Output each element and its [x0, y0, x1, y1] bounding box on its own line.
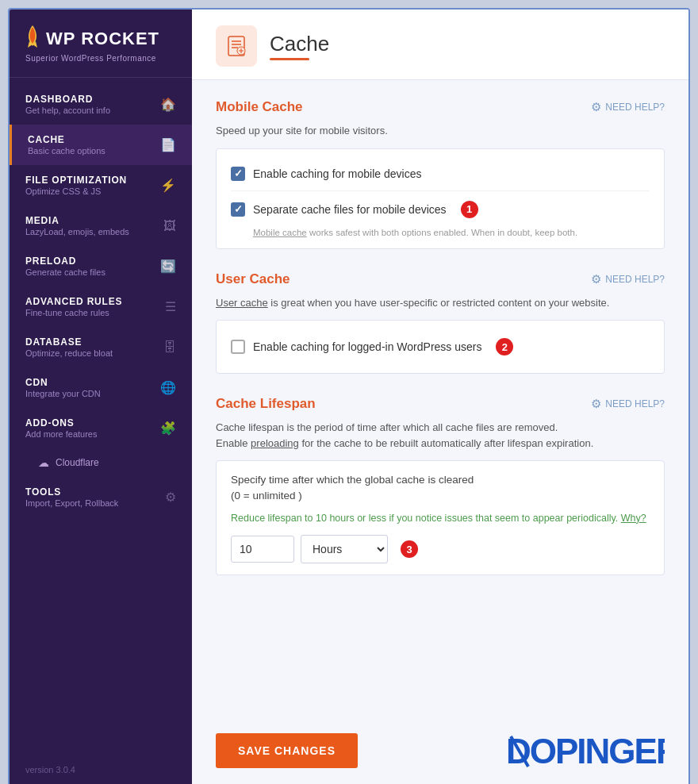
- content-body: Mobile Cache ⚙ NEED HELP? Speed up your …: [192, 80, 688, 714]
- preloading-link[interactable]: preloading: [251, 437, 299, 449]
- why-link[interactable]: Why?: [621, 513, 646, 524]
- page-icon: [216, 25, 257, 67]
- nav-icon-database: 🗄: [163, 340, 176, 355]
- footer-actions: SAVE CHANGES DOPINGER: [192, 714, 688, 784]
- separate-cache-label: Separate cache files for mobile devices: [253, 203, 447, 216]
- enable-mobile-checkbox[interactable]: ✓: [231, 167, 245, 181]
- sub-label-cloudflare: Cloudflare: [56, 457, 99, 468]
- logo-text: WP ROCKET: [46, 29, 159, 49]
- cache-lifespan-help[interactable]: ⚙ NEED HELP?: [591, 397, 665, 411]
- nav-title-database: DATABASE: [25, 336, 113, 348]
- nav-title-dashboard: DASHBOARD: [25, 94, 110, 105]
- page-header: Cache: [192, 10, 688, 80]
- help-icon-2: ⚙: [591, 272, 601, 286]
- nav-sub-cdn: Integrate your CDN: [25, 389, 101, 398]
- save-changes-button[interactable]: SAVE CHANGES: [216, 733, 358, 768]
- nav-icon-add-ons: 🧩: [160, 421, 176, 436]
- mobile-cache-desc: Speed up your site for mobile visitors.: [216, 123, 665, 139]
- mobile-cache-box: ✓ Enable caching for mobile devices ✓ Se…: [216, 148, 665, 249]
- nav-sub-add-ons: Add more features: [25, 429, 98, 439]
- nav-title-add-ons: ADD-ONS: [25, 417, 98, 429]
- logged-in-row: ✓ Enable caching for logged-in WordPress…: [231, 332, 650, 362]
- help-icon: ⚙: [591, 100, 601, 114]
- sidebar: WP ROCKET Superior WordPress Performance…: [10, 10, 192, 784]
- mobile-cache-section: Mobile Cache ⚙ NEED HELP? Speed up your …: [216, 99, 665, 249]
- nav-icon-preload: 🔄: [160, 259, 176, 274]
- sidebar-item-add-ons[interactable]: ADD-ONS Add more features 🧩: [10, 408, 192, 448]
- sub-icon-cloudflare: ☁: [38, 456, 49, 469]
- sidebar-item-cdn[interactable]: CDN Integrate your CDN 🌐: [10, 367, 192, 408]
- user-cache-section: User Cache ⚙ NEED HELP? User cache is gr…: [216, 271, 665, 375]
- nav-sub-media: LazyLoad, emojis, embeds: [25, 227, 129, 236]
- nav-icon-advanced-rules: ☰: [165, 299, 176, 314]
- logged-in-label: Enable caching for logged-in WordPress u…: [253, 340, 481, 353]
- logged-in-checkbox[interactable]: ✓: [231, 340, 245, 354]
- enable-mobile-row: ✓ Enable caching for mobile devices: [231, 160, 650, 187]
- nav-title-media: MEDIA: [25, 215, 129, 226]
- cache-lifespan-desc: Cache lifespan is the period of time aft…: [216, 420, 665, 451]
- sidebar-item-media[interactable]: MEDIA LazyLoad, emojis, embeds 🖼: [10, 206, 192, 246]
- nav-sub-cache: Basic cache options: [28, 146, 105, 156]
- nav-sub-advanced-rules: Fine-tune cache rules: [25, 308, 122, 317]
- version-label: version 3.0.4: [10, 757, 192, 782]
- cache-lifespan-title: Cache Lifespan: [216, 396, 316, 412]
- rocket-icon: [25, 25, 40, 52]
- sidebar-item-file-optimization[interactable]: FILE OPTIMIZATION Optimize CSS & JS ⚡: [10, 165, 192, 206]
- lifespan-unit-select[interactable]: Hours Minutes Days: [301, 535, 388, 563]
- nav-title-file-optimization: FILE OPTIMIZATION: [25, 175, 127, 186]
- page-title-underline: [270, 58, 309, 60]
- user-cache-help[interactable]: ⚙ NEED HELP?: [591, 272, 665, 286]
- user-cache-title: User Cache: [216, 271, 290, 287]
- sidebar-item-tools[interactable]: TOOLS Import, Export, Rollback ⚙: [10, 477, 192, 517]
- enable-mobile-label: Enable caching for mobile devices: [253, 167, 421, 180]
- sidebar-item-dashboard[interactable]: DASHBOARD Get help, account info 🏠: [10, 84, 192, 125]
- dopinger-logo: DOPINGER: [506, 730, 665, 771]
- lifespan-hint: Reduce lifespan to 10 hours or less if y…: [231, 511, 650, 526]
- separate-cache-row: ✓ Separate cache files for mobile device…: [231, 190, 650, 225]
- user-cache-box: ✓ Enable caching for logged-in WordPress…: [216, 320, 665, 374]
- nav-icon-media: 🖼: [163, 219, 176, 233]
- nav-icon-dashboard: 🏠: [160, 97, 176, 112]
- nav-title-advanced-rules: ADVANCED RULES: [25, 296, 122, 307]
- cache-lifespan-section: Cache Lifespan ⚙ NEED HELP? Cache lifesp…: [216, 396, 665, 575]
- nav-sub-preload: Generate cache files: [25, 267, 105, 277]
- logo-subtitle: Superior WordPress Performance: [25, 54, 176, 63]
- sidebar-item-preload[interactable]: PRELOAD Generate cache files 🔄: [10, 246, 192, 286]
- sidebar-item-advanced-rules[interactable]: ADVANCED RULES Fine-tune cache rules ☰: [10, 286, 192, 327]
- sidebar-subitem-cloudflare[interactable]: ☁Cloudflare: [10, 448, 192, 477]
- nav-sub-database: Optimize, reduce bloat: [25, 348, 113, 358]
- lifespan-box-desc: Specify time after which the global cach…: [231, 472, 650, 505]
- page-title: Cache: [270, 32, 329, 56]
- user-cache-desc: User cache is great when you have user-s…: [216, 295, 665, 311]
- nav-icon-file-optimization: ⚡: [160, 178, 176, 193]
- lifespan-input-row: Hours Minutes Days 3: [231, 535, 650, 563]
- sidebar-nav: DASHBOARD Get help, account info 🏠 CACHE…: [10, 78, 192, 757]
- nav-icon-cdn: 🌐: [160, 380, 176, 395]
- svg-text:DOPINGER: DOPINGER: [506, 732, 665, 771]
- nav-title-preload: PRELOAD: [25, 256, 105, 267]
- main-content: Cache Mobile Cache ⚙ NEED HELP? Speed up…: [192, 10, 688, 784]
- mobile-cache-help[interactable]: ⚙ NEED HELP?: [591, 100, 665, 114]
- badge-3: 3: [401, 540, 418, 558]
- user-cache-link[interactable]: User cache: [216, 297, 268, 309]
- separate-cache-checkbox[interactable]: ✓: [231, 202, 245, 217]
- help-icon-3: ⚙: [591, 397, 601, 411]
- badge-1: 1: [461, 201, 478, 218]
- sidebar-logo: WP ROCKET Superior WordPress Performance: [10, 10, 192, 78]
- nav-sub-file-optimization: Optimize CSS & JS: [25, 186, 127, 196]
- cache-lifespan-box: Specify time after which the global cach…: [216, 460, 665, 575]
- badge-2: 2: [496, 338, 513, 355]
- lifespan-number-input[interactable]: [231, 536, 294, 563]
- nav-sub-dashboard: Get help, account info: [25, 106, 110, 115]
- nav-title-cdn: CDN: [25, 377, 101, 388]
- nav-icon-cache: 📄: [160, 137, 176, 152]
- nav-title-cache: CACHE: [28, 134, 105, 145]
- mobile-cache-hint: Mobile cache works safest with both opti…: [253, 228, 650, 237]
- mobile-cache-hint-link[interactable]: Mobile cache: [253, 228, 307, 237]
- sidebar-item-database[interactable]: DATABASE Optimize, reduce bloat 🗄: [10, 327, 192, 367]
- mobile-cache-title: Mobile Cache: [216, 99, 303, 115]
- sidebar-item-cache[interactable]: CACHE Basic cache options 📄: [10, 125, 192, 165]
- logo-title: WP ROCKET: [25, 25, 176, 52]
